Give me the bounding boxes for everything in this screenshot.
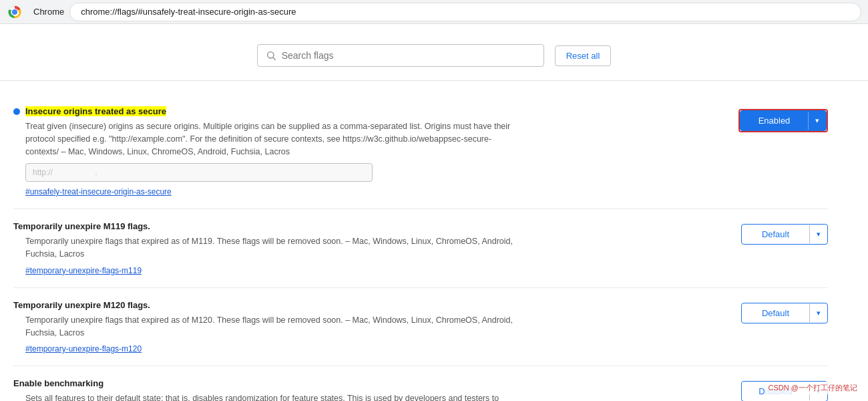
chrome-logo: [7, 4, 23, 20]
flag-title-insecure: Insecure origins treated as secure: [25, 106, 166, 116]
red-highlight: Enabled ▾: [738, 109, 828, 132]
flag-left-benchmarking: Enable benchmarking Sets all features to…: [13, 378, 728, 401]
search-input[interactable]: [282, 50, 535, 61]
search-area: Reset all: [0, 37, 868, 80]
page-content: Reset all Insecure origins treated as se…: [0, 24, 868, 401]
browser-toolbar: Chrome chrome://flags/#unsafely-treat-in…: [0, 0, 868, 24]
dropdown-label-insecure: Enabled: [740, 111, 808, 130]
flag-left-m120: Temporarily unexpire M120 flags. Tempora…: [13, 300, 728, 354]
flag-right-insecure: Enabled ▾: [738, 109, 828, 132]
flag-input-insecure[interactable]: http:// .: [25, 163, 373, 182]
search-box[interactable]: [257, 44, 544, 67]
flags-list: Insecure origins treated as secure Treat…: [0, 94, 841, 401]
flag-dropdown-insecure[interactable]: Enabled ▾: [740, 110, 827, 131]
divider: [0, 80, 868, 81]
dropdown-arrow-m120: ▾: [809, 304, 827, 322]
svg-point-1: [12, 9, 17, 15]
flag-title-m119: Temporarily unexpire M119 flags.: [13, 221, 150, 231]
flag-title-benchmarking: Enable benchmarking: [13, 378, 103, 388]
flag-title-row: Insecure origins treated as secure: [13, 106, 725, 116]
flag-left-m119: Temporarily unexpire M119 flags. Tempora…: [13, 221, 728, 275]
flag-title-row-m120: Temporarily unexpire M120 flags.: [13, 300, 728, 310]
address-text: chrome://flags/#unsafely-treat-insecure-…: [81, 7, 296, 17]
search-icon: [266, 50, 276, 61]
browser-name: Chrome: [33, 7, 64, 17]
dropdown-arrow-m119: ▾: [809, 225, 827, 243]
flag-item-m120: Temporarily unexpire M120 flags. Tempora…: [13, 288, 828, 367]
flag-item-insecure-origins: Insecure origins treated as secure Treat…: [13, 94, 828, 209]
flag-right-m120: Default ▾: [741, 303, 828, 323]
flag-desc-m120: Temporarily unexpire flags that expired …: [13, 314, 521, 340]
address-bar[interactable]: chrome://flags/#unsafely-treat-insecure-…: [69, 3, 861, 21]
reset-all-button[interactable]: Reset all: [555, 45, 612, 66]
flag-desc-m119: Temporarily unexpire flags that expired …: [13, 235, 521, 261]
dropdown-label-m120: Default: [742, 303, 809, 323]
flag-desc-benchmarking: Sets all features to their default state…: [13, 392, 521, 401]
svg-line-3: [273, 57, 276, 60]
flag-title-m120: Temporarily unexpire M120 flags.: [13, 300, 150, 310]
flag-dropdown-m120[interactable]: Default ▾: [741, 303, 828, 323]
flag-left: Insecure origins treated as secure Treat…: [13, 106, 725, 196]
flag-title-row-benchmarking: Enable benchmarking: [13, 378, 728, 388]
svg-point-2: [267, 52, 273, 58]
dropdown-label-m119: Default: [742, 225, 809, 244]
dropdown-arrow-insecure: ▾: [808, 112, 826, 130]
flag-anchor-insecure[interactable]: #unsafely-treat-insecure-origin-as-secur…: [13, 187, 725, 196]
watermark: CSDN @一个打工仔的笔记: [765, 382, 861, 394]
flag-desc-insecure: Treat given (insecure) origins as secure…: [13, 120, 521, 158]
flag-item-m119: Temporarily unexpire M119 flags. Tempora…: [13, 209, 828, 288]
flag-anchor-m119[interactable]: #temporary-unexpire-flags-m119: [13, 266, 728, 275]
flag-title-row-m119: Temporarily unexpire M119 flags.: [13, 221, 728, 231]
flag-dot: [13, 108, 20, 115]
flag-dropdown-m119[interactable]: Default ▾: [741, 224, 828, 245]
flag-anchor-m120[interactable]: #temporary-unexpire-flags-m120: [13, 344, 728, 354]
flag-item-benchmarking: Enable benchmarking Sets all features to…: [13, 366, 828, 401]
flag-input-value: http:// .: [33, 168, 97, 177]
flag-right-m119: Default ▾: [741, 224, 828, 245]
